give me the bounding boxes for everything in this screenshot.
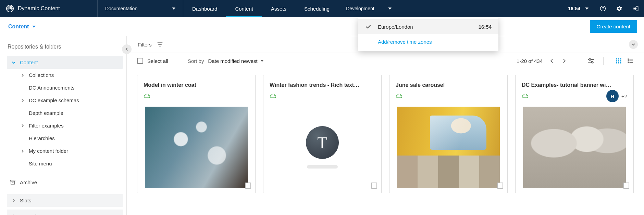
- tree-item[interactable]: My content folder: [7, 145, 123, 157]
- help-icon: [599, 5, 606, 12]
- tab-content[interactable]: Content: [226, 0, 262, 17]
- card-select-checkbox[interactable]: [371, 183, 377, 189]
- sidebar: Repositories & folders Content Collectio…: [0, 36, 126, 215]
- main-tabs: Dashboard Content Assets Scheduling: [183, 0, 338, 17]
- content-card[interactable]: Model in winter coat: [137, 75, 256, 193]
- chevron-right-icon: [11, 199, 16, 203]
- add-remove-timezones-link[interactable]: Add/remove time zones: [358, 34, 498, 46]
- tree-item-label: My content folder: [29, 148, 68, 154]
- help-button[interactable]: [595, 0, 611, 17]
- tree-item-label: Site menu: [29, 161, 52, 166]
- brand-title: Dynamic Content: [18, 5, 60, 12]
- chevron-left-icon: [125, 47, 129, 51]
- svg-rect-18: [620, 62, 621, 63]
- filters-label: Filters: [138, 42, 152, 48]
- text-type-icon: T: [306, 126, 339, 159]
- toolbar: Select all Sort by Date modified newest …: [127, 53, 644, 69]
- cloud-status-icon: [270, 93, 276, 99]
- tree-item-label: DC example schemas: [29, 97, 79, 103]
- tree-group-slots[interactable]: Slots: [7, 194, 123, 207]
- svg-rect-10: [616, 58, 617, 59]
- grid-view-button[interactable]: [615, 57, 622, 64]
- card-meta: [396, 92, 501, 100]
- clock-menu[interactable]: 16:54: [562, 0, 595, 17]
- page-next-button[interactable]: [561, 58, 567, 64]
- tab-dashboard[interactable]: Dashboard: [183, 0, 226, 17]
- tab-label: Content: [235, 6, 253, 12]
- documentation-menu[interactable]: Documentation: [98, 0, 183, 17]
- timezone-name: Europe/London: [378, 24, 472, 30]
- create-content-button[interactable]: Create content: [590, 20, 637, 33]
- svg-rect-20: [630, 59, 633, 59]
- sort-control: Sort by Date modified newest: [188, 58, 264, 64]
- select-all[interactable]: Select all: [137, 58, 168, 64]
- card-thumbnail: [397, 107, 500, 188]
- development-menu[interactable]: Development: [338, 0, 399, 17]
- timezone-dropdown: Europe/London 16:54 Add/remove time zone…: [358, 17, 498, 51]
- tree-group-examples[interactable]: examples: [7, 210, 123, 215]
- tree-item[interactable]: Hierarchies: [7, 132, 123, 145]
- content-card[interactable]: Winter fashion trends - Rich text…T: [263, 75, 382, 193]
- tab-label: Scheduling: [304, 6, 330, 12]
- tree-item[interactable]: Collections: [7, 69, 123, 81]
- tree-item[interactable]: Filter examples: [7, 119, 123, 132]
- svg-rect-12: [620, 58, 621, 59]
- chevron-down-icon: [388, 8, 392, 10]
- collapse-sidebar-button[interactable]: [122, 44, 132, 54]
- chevron-right-icon: [20, 124, 25, 128]
- archive-label: Archive: [20, 179, 37, 185]
- timezone-time: 16:54: [479, 24, 492, 30]
- placeholder-bar: [307, 165, 338, 169]
- divider: [7, 172, 123, 172]
- sort-by-label: Sort by: [188, 58, 204, 64]
- content-card[interactable]: DC Examples- tutorial banner wi…H+2: [515, 75, 634, 193]
- cards-grid: Model in winter coatWinter fashion trend…: [127, 69, 644, 215]
- logout-button[interactable]: [628, 0, 644, 17]
- svg-rect-13: [616, 60, 617, 61]
- tab-scheduling[interactable]: Scheduling: [295, 0, 338, 17]
- archive-item[interactable]: Archive: [7, 175, 123, 189]
- svg-point-2: [603, 10, 603, 10]
- svg-rect-4: [11, 181, 15, 184]
- expand-filters-button[interactable]: [629, 40, 638, 49]
- tree-item[interactable]: DC example schemas: [7, 94, 123, 107]
- card-thumbnail: [145, 107, 248, 188]
- documentation-label: Documentation: [105, 6, 137, 11]
- grid-icon: [615, 57, 622, 64]
- select-all-checkbox[interactable]: [137, 58, 143, 64]
- tree-item[interactable]: DC Announcements: [7, 81, 123, 94]
- content-card[interactable]: June sale carousel: [389, 75, 508, 193]
- content-type-menu[interactable]: Content: [8, 24, 36, 30]
- chevron-down-icon: [260, 60, 264, 62]
- archive-icon: [10, 179, 16, 185]
- card-select-checkbox[interactable]: [623, 183, 629, 189]
- main: Repositories & folders Content Collectio…: [0, 36, 644, 215]
- gear-icon: [616, 5, 623, 12]
- chevron-down-icon: [631, 42, 635, 46]
- brand: Dynamic Content: [0, 0, 98, 17]
- tree-root-content[interactable]: Content: [7, 56, 123, 69]
- tree-item-label: Hierarchies: [29, 135, 55, 141]
- svg-rect-19: [628, 58, 629, 59]
- svg-rect-17: [618, 62, 619, 63]
- list-view-button[interactable]: [627, 57, 634, 64]
- page-prev-button[interactable]: [549, 58, 555, 64]
- tree-item[interactable]: Site menu: [7, 157, 123, 170]
- sort-value[interactable]: Date modified newest: [208, 58, 263, 64]
- chevron-right-icon: [20, 73, 25, 77]
- filter-icon[interactable]: [157, 41, 163, 48]
- timezone-row[interactable]: Europe/London 16:54: [358, 19, 498, 34]
- display-options-button[interactable]: [587, 57, 604, 65]
- card-select-checkbox[interactable]: [497, 183, 503, 189]
- tab-label: Dashboard: [192, 6, 217, 12]
- tree-item[interactable]: Depth example: [7, 107, 123, 119]
- chevron-down-icon: [11, 61, 16, 65]
- chevron-down-icon: [585, 8, 589, 10]
- group-label: examples: [20, 213, 42, 215]
- avatar-more-count: +2: [621, 93, 627, 99]
- tree-item-label: Filter examples: [29, 123, 64, 129]
- card-select-checkbox[interactable]: [245, 183, 251, 189]
- settings-button[interactable]: [611, 0, 628, 17]
- sliders-icon: [587, 57, 595, 65]
- tab-assets[interactable]: Assets: [262, 0, 295, 17]
